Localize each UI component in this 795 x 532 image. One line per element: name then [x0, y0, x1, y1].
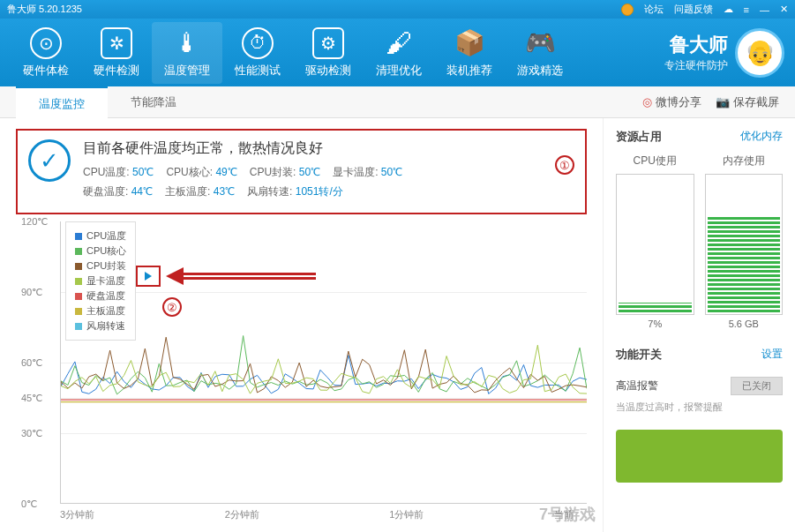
- medal-icon: [621, 4, 634, 16]
- temperature-chart: [60, 221, 587, 504]
- promo-box[interactable]: [616, 430, 783, 483]
- top-navigation: ⊙硬件体检 ✲硬件检测 🌡温度管理 ⏱性能测试 ⚙驱动检测 🖌清理优化 📦装机推…: [0, 19, 795, 86]
- nav-hardware-check[interactable]: ⊙硬件体检: [11, 22, 81, 84]
- nav-hardware-detect[interactable]: ✲硬件检测: [81, 22, 152, 84]
- annotation-arrow: [166, 267, 316, 285]
- brand-subtitle: 专注硬件防护: [664, 58, 728, 73]
- nav-build[interactable]: 📦装机推荐: [434, 22, 505, 84]
- main-panel: ✓ 目前各硬件温度均正常，散热情况良好 CPU温度: 50℃CPU核心: 49℃…: [0, 118, 603, 532]
- tab-power-save[interactable]: 节能降温: [108, 86, 199, 118]
- nav-temperature[interactable]: 🌡温度管理: [152, 22, 222, 84]
- brand-title: 鲁大师: [670, 32, 728, 58]
- nav-performance[interactable]: ⏱性能测试: [222, 22, 293, 84]
- alarm-hint: 当温度过高时，报警提醒: [616, 401, 783, 414]
- check-icon: ✓: [28, 139, 71, 182]
- feedback-link[interactable]: 问题反馈: [674, 3, 713, 16]
- sub-toolbar: 温度监控 节能降温 ◎微博分享 📷保存截屏: [0, 86, 795, 118]
- window-title: 鲁大师 5.20.1235: [7, 3, 82, 16]
- save-screenshot[interactable]: 📷保存截屏: [716, 94, 779, 110]
- annotation-play-box: [136, 266, 161, 287]
- legend: CPU温度CPU核心CPU封装显卡温度硬盘温度主板温度风扇转速: [65, 221, 136, 341]
- status-summary: ✓ 目前各硬件温度均正常，散热情况良好 CPU温度: 50℃CPU核心: 49℃…: [16, 129, 587, 214]
- tab-temp-monitor[interactable]: 温度监控: [16, 86, 108, 118]
- cloud-icon[interactable]: ☁: [724, 4, 733, 15]
- avatar[interactable]: 👴: [735, 28, 784, 78]
- forum-link[interactable]: 论坛: [644, 3, 664, 16]
- close-icon[interactable]: ✕: [780, 4, 788, 15]
- menu-icon[interactable]: ≡: [744, 4, 749, 15]
- status-heading: 目前各硬件温度均正常，散热情况良好: [83, 139, 402, 158]
- minimize-icon[interactable]: —: [760, 4, 769, 15]
- alarm-label: 高温报警: [616, 378, 658, 393]
- func-title: 功能开关: [616, 347, 662, 363]
- sidebar: 资源占用 优化内存 CPU使用 7% 内存使用 5.6 GB 功能开关 设置: [603, 118, 795, 532]
- nav-games[interactable]: 🎮游戏精选: [505, 22, 575, 84]
- weibo-share[interactable]: ◎微博分享: [642, 94, 701, 110]
- annotation-1: ①: [555, 155, 574, 175]
- titlebar: 鲁大师 5.20.1235 论坛 问题反馈 ☁ ≡ — ✕: [0, 0, 795, 19]
- chart-area: CPU温度CPU核心CPU封装显卡温度硬盘温度主板温度风扇转速 ② 120℃90…: [16, 221, 587, 521]
- resource-title: 资源占用: [616, 129, 662, 145]
- settings-link[interactable]: 设置: [761, 347, 783, 363]
- brand: 鲁大师 专注硬件防护 👴: [664, 28, 784, 78]
- cpu-gauge: CPU使用 7%: [616, 154, 694, 329]
- optimize-memory-link[interactable]: 优化内存: [740, 129, 783, 145]
- alarm-toggle[interactable]: 已关闭: [731, 377, 783, 395]
- mem-gauge: 内存使用 5.6 GB: [705, 154, 784, 329]
- nav-driver[interactable]: ⚙驱动检测: [293, 22, 364, 84]
- annotation-2: ②: [162, 297, 182, 317]
- nav-clean[interactable]: 🖌清理优化: [364, 22, 434, 84]
